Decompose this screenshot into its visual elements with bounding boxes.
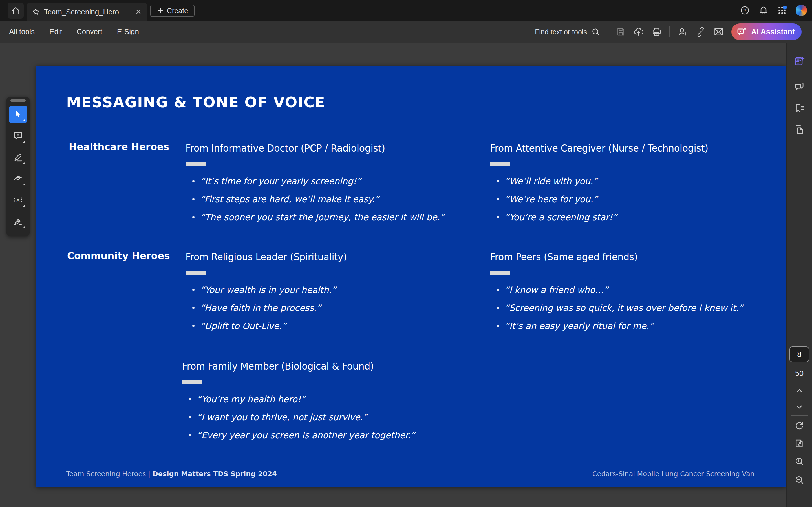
document-viewer: MESSAGING & TONE OF VOICE Healthcare Her… (0, 43, 786, 507)
column-heading: From Informative Doctor (PCP / Radiologi… (186, 143, 444, 154)
menu-bar: All tools Edit Convert E-Sign (0, 27, 139, 36)
panel-grab-handle[interactable] (10, 100, 26, 102)
scribble-icon (13, 173, 23, 184)
bullet-dot (192, 198, 195, 200)
tab-bar: Team_Screening_Hero... Create ? (0, 0, 812, 21)
text-select-icon: A (13, 194, 23, 205)
quote-bullet: “Uplift to Out-Live.” (186, 317, 347, 335)
bullet-dot (497, 216, 499, 218)
select-text-tool[interactable]: A (9, 191, 27, 209)
footer-right: Cedars-Sinai Mobile Lung Cancer Screenin… (592, 470, 755, 478)
menu-all-tools[interactable]: All tools (9, 27, 35, 36)
add-comment-tool[interactable] (9, 127, 27, 145)
add-user-icon[interactable] (677, 26, 688, 37)
next-page-chevron-down-icon[interactable] (795, 402, 804, 411)
bullet-dot (189, 434, 191, 436)
ai-summary-icon[interactable] (794, 55, 805, 67)
bullet-dot (497, 198, 499, 200)
bullet-dot (192, 289, 195, 291)
menu-edit[interactable]: Edit (49, 27, 62, 36)
message-column: From Informative Doctor (PCP / Radiologi… (186, 143, 444, 226)
comments-panel-icon[interactable] (794, 80, 805, 92)
tab-bar-right: ? (740, 0, 807, 21)
section-label-community: Community Heroes (67, 250, 170, 262)
quote-list: “I know a friend who…” “Screening was so… (490, 281, 743, 335)
page-number-input[interactable]: 8 (790, 346, 809, 362)
quote-bullet: “Screening was so quick, it was over bef… (490, 299, 743, 317)
help-icon[interactable]: ? (740, 5, 750, 15)
create-button[interactable]: Create (150, 4, 195, 17)
bullet-dot (192, 325, 195, 327)
rotate-clockwise-icon[interactable] (794, 420, 805, 431)
app-grid-icon[interactable] (777, 5, 787, 15)
fill-sign-tool[interactable] (9, 213, 27, 230)
home-icon (11, 6, 20, 15)
total-pages: 50 (795, 369, 804, 378)
heading-underline (490, 162, 510, 166)
pdf-page[interactable]: MESSAGING & TONE OF VOICE Healthcare Her… (36, 66, 786, 487)
divider (608, 26, 608, 38)
column-heading: From Religious Leader (Spirituality) (186, 251, 347, 263)
svg-text:A: A (17, 198, 20, 203)
close-tab-icon[interactable] (135, 8, 142, 15)
document-tab[interactable]: Team_Screening_Hero... (27, 3, 147, 21)
notifications-bell-icon[interactable] (758, 5, 769, 15)
message-column: From Attentive Caregiver (Nurse / Techno… (490, 143, 708, 226)
home-button[interactable] (8, 3, 24, 18)
bookmarks-panel-icon[interactable] (794, 102, 805, 114)
section-divider (66, 237, 755, 237)
save-icon[interactable] (616, 27, 626, 37)
cloud-upload-icon[interactable] (633, 26, 644, 37)
column-heading: From Attentive Caregiver (Nurse / Techno… (490, 143, 708, 154)
heading-underline (182, 380, 202, 385)
bullet-dot (497, 325, 499, 327)
select-tool[interactable] (9, 106, 27, 123)
print-icon[interactable] (651, 26, 662, 37)
avatar[interactable] (796, 5, 807, 16)
link-icon[interactable] (695, 26, 706, 37)
pages-panel-icon[interactable] (794, 124, 805, 135)
email-icon[interactable] (713, 26, 724, 37)
favorite-star-icon[interactable] (32, 8, 40, 16)
find-label: Find text or tools (535, 28, 587, 36)
ai-chat-sparkle-icon (737, 26, 748, 38)
find-text-button[interactable]: Find text or tools (535, 27, 601, 37)
divider (791, 415, 808, 416)
heading-underline (186, 162, 206, 166)
bullet-dot (192, 180, 195, 182)
fit-page-icon[interactable] (786, 438, 812, 449)
quote-bullet: “First steps are hard, we’ll make it eas… (186, 190, 444, 208)
zoom-out-icon[interactable] (794, 474, 805, 485)
quote-bullet: “It’s an easy yearly ritual for me.” (490, 317, 743, 335)
quote-list: “We’ll ride with you.” “We’re here for y… (490, 172, 708, 226)
tab-title: Team_Screening_Hero... (44, 8, 131, 16)
quote-bullet: “Have faith in the process.” (186, 299, 347, 317)
ai-assistant-button[interactable]: AI Assistant (731, 23, 802, 40)
quote-bullet: “We’ll ride with you.” (490, 172, 708, 190)
toolbar-right: Find text or tools (535, 21, 812, 43)
previous-page-chevron-up-icon[interactable] (795, 386, 804, 395)
cursor-arrow-icon (13, 109, 23, 119)
zoom-in-icon[interactable] (794, 456, 805, 467)
message-column: From Family Member (Biological & Found) … (182, 361, 415, 444)
bullet-dot (497, 307, 499, 309)
bullet-dot (192, 216, 195, 218)
acrobat-window: Team_Screening_Hero... Create ? (0, 0, 812, 507)
svg-text:?: ? (744, 8, 746, 13)
quote-bullet: “You’re my health hero!” (182, 390, 415, 408)
quote-list: “You’re my health hero!” “I want you to … (182, 390, 415, 444)
heading-underline (490, 271, 510, 275)
draw-tool[interactable] (9, 170, 27, 187)
heading-underline (186, 271, 206, 275)
quote-bullet: “Every year you screen is another year t… (182, 426, 415, 444)
menu-esign[interactable]: E-Sign (117, 27, 139, 36)
highlight-tool[interactable] (9, 149, 27, 166)
quote-list: “Your wealth is in your health.” “Have f… (186, 281, 347, 335)
notification-dot (783, 6, 787, 10)
quote-bullet: “We’re here for you.” (490, 190, 708, 208)
menu-convert[interactable]: Convert (77, 27, 102, 36)
quote-bullet: “You’re a screening star!” (490, 208, 708, 226)
slide-title: MESSAGING & TONE OF VOICE (66, 94, 325, 111)
column-heading: From Peers (Same aged friends) (490, 251, 743, 263)
bullet-dot (189, 398, 191, 400)
